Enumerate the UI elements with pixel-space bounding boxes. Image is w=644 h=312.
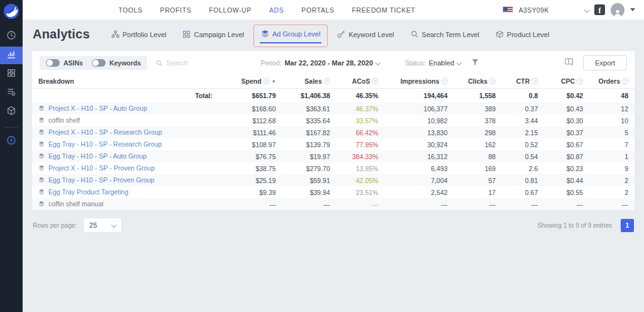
col-header-acos[interactable]: ACoS?	[336, 75, 385, 89]
tab-ad-group-level[interactable]: Ad Group Level	[261, 30, 320, 39]
col-header-ctr[interactable]: CTR?	[502, 75, 544, 89]
status-selector[interactable]: Status: Enabled	[405, 59, 461, 67]
col-header-spend[interactable]: Spend?▼	[219, 75, 282, 89]
ad-group-link[interactable]: Egg Tray - H10 - SP - Auto Group	[48, 152, 147, 160]
keywords-toggle[interactable]: Keywords	[92, 59, 141, 67]
nav-item-tools[interactable]: TOOLS	[118, 6, 142, 14]
sidebar-divider	[4, 127, 18, 128]
helium10-logo-icon[interactable]	[4, 4, 19, 19]
entries-summary: Showing 1 to 9 of 9 entries	[538, 222, 612, 229]
tab-search-term-level[interactable]: Search Term Level	[411, 30, 480, 38]
sort-desc-icon: ▼	[272, 79, 276, 84]
spend-cell: $76.75	[219, 150, 282, 162]
grid-icon	[182, 30, 191, 38]
toggle-label: ASINs	[64, 59, 83, 67]
impressions-cell: 106,377	[384, 103, 453, 114]
nav-item-profits[interactable]: PROFITS	[160, 6, 192, 14]
ad-group-link[interactable]: coffin shelf manual	[48, 200, 103, 208]
ad-group-link[interactable]: Egg Tray - H10 - SP - Proven Group	[48, 176, 154, 184]
user-menu-caret-icon[interactable]	[630, 8, 635, 11]
ad-group-link[interactable]: Egg Tray - H10 - SP - Research Group	[48, 140, 162, 148]
chevron-down-icon[interactable]	[584, 7, 589, 12]
sidebar-item-tutorials[interactable]	[0, 133, 23, 150]
spend-cell: $112.68	[219, 114, 282, 126]
nav-item-follow-up[interactable]: FOLLOW-UP	[209, 6, 252, 14]
ad-group-link[interactable]: Egg Tray Product Targeting	[48, 188, 128, 196]
acos-cell: 384.33%	[336, 150, 385, 162]
col-header-orders[interactable]: Orders?	[589, 75, 635, 89]
sidebar	[0, 0, 23, 312]
ad-group-link[interactable]: Project X - H10 - SP - Auto Group	[48, 104, 147, 112]
filter-funnel-icon[interactable]	[471, 57, 479, 69]
help-icon[interactable]: ?	[441, 78, 448, 84]
period-selector[interactable]: Period: Mar 22, 2020 - Mar 28, 2020	[260, 59, 380, 67]
period-value: Mar 22, 2020 - Mar 28, 2020	[284, 59, 373, 67]
table-toolbar: ASINs Keywords Period: Mar 22, 2020 -	[32, 51, 635, 75]
layers-icon	[38, 129, 45, 136]
layers-icon	[38, 117, 45, 125]
ctr-cell: 0.81	[502, 174, 544, 186]
account-selector[interactable]: A3SY09K	[519, 6, 549, 14]
orders-cell: 12	[589, 103, 635, 114]
tab-portfolio-level[interactable]: Portfolio Level	[111, 30, 167, 38]
nav-item-freedom-ticket[interactable]: FREEDOM TICKET	[352, 6, 416, 14]
column-settings-icon[interactable]	[564, 57, 574, 69]
app-window: TOOLS PROFITS FOLLOW-UP ADS PORTALS FREE…	[0, 0, 644, 312]
impressions-cell: 30,924	[384, 138, 453, 150]
annotation-highlight-box: Ad Group Level	[253, 25, 328, 47]
total-clicks: 1,558	[454, 89, 502, 103]
col-header-cpc[interactable]: CPC?	[544, 75, 589, 89]
help-icon[interactable]: ?	[324, 78, 330, 84]
clicks-cell: 57	[454, 174, 502, 186]
total-impressions: 194,464	[384, 89, 453, 103]
sidebar-item-analytics[interactable]	[0, 47, 23, 64]
sales-cell: $139.79	[282, 138, 336, 150]
sidebar-item-list-settings[interactable]	[0, 84, 23, 102]
help-icon[interactable]: ?	[622, 78, 628, 84]
help-icon[interactable]: ?	[264, 78, 270, 84]
search-input[interactable]	[166, 59, 235, 67]
sidebar-item-apps[interactable]	[0, 65, 23, 83]
page-1-button[interactable]: 1	[621, 219, 634, 232]
toggle-switch-icon	[92, 59, 106, 67]
sitemap-icon	[111, 30, 119, 38]
help-icon[interactable]: ?	[489, 78, 496, 84]
table-row: Egg Tray - H10 - SP - Proven Group $25.1…	[32, 174, 635, 186]
col-header-clicks[interactable]: Clicks?	[454, 75, 502, 89]
ctr-cell: 3.44	[502, 114, 544, 126]
ad-group-link[interactable]: coffin shelf	[48, 116, 80, 124]
help-icon[interactable]: ?	[372, 78, 378, 84]
layers-icon	[261, 30, 269, 38]
col-header-sales[interactable]: Sales?	[282, 75, 336, 89]
help-icon[interactable]: ?	[577, 78, 583, 84]
acos-cell: 33.57%	[336, 114, 385, 126]
help-icon[interactable]: ?	[531, 78, 538, 84]
nav-item-ads[interactable]: ADS	[269, 6, 284, 14]
sidebar-item-products[interactable]	[0, 103, 23, 121]
clicks-cell: 169	[454, 162, 502, 174]
tab-campaign-level[interactable]: Campaign Level	[182, 30, 244, 38]
rows-per-page-select[interactable]: 25	[83, 218, 122, 233]
col-header-impressions[interactable]: Impressions?	[384, 75, 453, 89]
table-row: Egg Tray - H10 - SP - Research Group $10…	[32, 138, 635, 150]
ad-group-link[interactable]: Project X - H10 - SP - Proven Group	[48, 164, 155, 172]
cpc-cell: $0.55	[544, 186, 589, 198]
asins-toggle[interactable]: ASINs	[46, 59, 83, 67]
col-header-breakdown[interactable]: Breakdown	[32, 75, 219, 89]
sidebar-item-history[interactable]	[0, 28, 23, 45]
orders-cell: ---	[589, 198, 635, 210]
export-button[interactable]: Export	[583, 55, 627, 70]
ctr-cell: 0.54	[502, 150, 544, 162]
tab-keyword-level[interactable]: Keyword Level	[337, 30, 394, 38]
spend-cell: $168.60	[219, 103, 282, 114]
acos-cell: 13.85%	[336, 162, 385, 174]
toggle-group: ASINs Keywords	[40, 56, 147, 70]
ad-group-link[interactable]: Project X - H10 - SP - Research Group	[48, 128, 162, 136]
user-avatar-icon[interactable]	[611, 3, 625, 17]
acos-cell: 46.37%	[336, 103, 385, 114]
clock-icon	[6, 30, 16, 43]
nav-right-group: A3SY09K f	[502, 3, 635, 17]
nav-item-portals[interactable]: PORTALS	[301, 6, 334, 14]
facebook-icon[interactable]: f	[594, 4, 605, 15]
tab-product-level[interactable]: Product Level	[496, 30, 549, 38]
